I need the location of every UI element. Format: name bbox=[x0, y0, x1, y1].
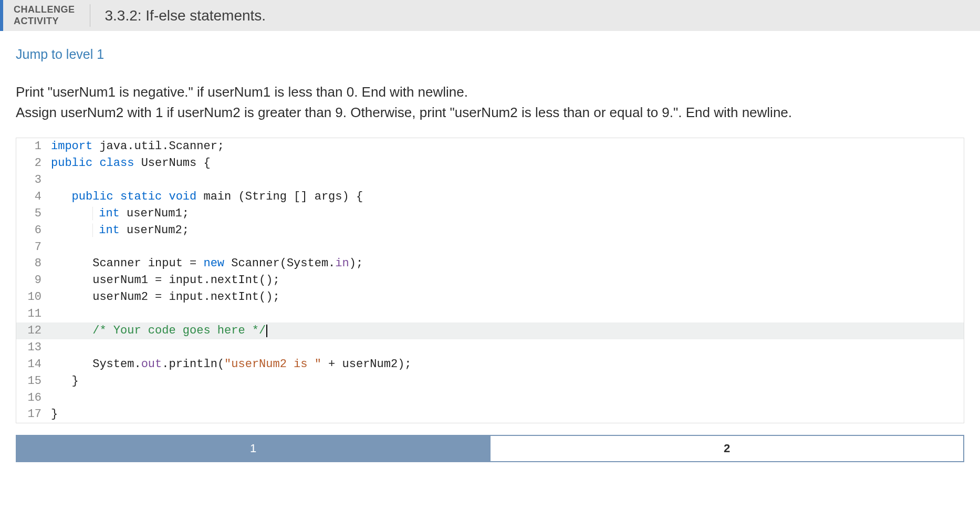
code-line-11[interactable]: 11 bbox=[16, 306, 964, 322]
code-text: userNum1 = input.nextInt(); bbox=[48, 272, 964, 289]
method-println: println bbox=[169, 358, 217, 371]
code-line-13[interactable]: 13 bbox=[16, 339, 964, 356]
activity-header: CHALLENGE ACTIVITY 3.3.2: If-else statem… bbox=[0, 0, 980, 31]
code-text: } bbox=[48, 406, 964, 423]
code-line-7[interactable]: 7 bbox=[16, 239, 964, 256]
challenge-badge-line1: CHALLENGE bbox=[14, 4, 75, 16]
line-number: 10 bbox=[16, 289, 48, 306]
field-out: out bbox=[141, 358, 162, 371]
challenge-badge: CHALLENGE ACTIVITY bbox=[14, 4, 90, 27]
comment-placeholder: /* Your code goes here */ bbox=[92, 324, 266, 337]
code-text: . bbox=[162, 358, 169, 371]
line-number: 8 bbox=[16, 255, 48, 272]
line-number: 15 bbox=[16, 373, 48, 390]
code-text: userNum1; bbox=[120, 207, 189, 220]
code-text: (String [] args) { bbox=[238, 190, 363, 203]
instructions-text: Print "userNum1 is negative." if userNum… bbox=[16, 82, 964, 123]
code-line-5[interactable]: 5 int userNum1; bbox=[16, 205, 964, 222]
step-1-active[interactable]: 1 bbox=[17, 436, 489, 461]
line-number: 4 bbox=[16, 189, 48, 205]
line-number: 6 bbox=[16, 222, 48, 239]
code-text: userNum2 = input.nextInt(); bbox=[48, 289, 964, 306]
kw-int: int bbox=[99, 224, 120, 237]
code-text: java.util.Scanner; bbox=[92, 140, 224, 153]
kw-import: import bbox=[51, 140, 92, 153]
jump-to-level-link[interactable]: Jump to level 1 bbox=[16, 47, 104, 62]
code-line-15[interactable]: 15 } bbox=[16, 373, 964, 390]
level-stepper: 1 2 bbox=[16, 435, 964, 462]
line-number: 16 bbox=[16, 390, 48, 407]
kw-new: new bbox=[203, 257, 224, 270]
code-line-4[interactable]: 4 public static void main (String [] arg… bbox=[16, 189, 964, 205]
challenge-badge-line2: ACTIVITY bbox=[14, 16, 75, 27]
code-editor[interactable]: 1 import java.util.Scanner; 2 public cla… bbox=[16, 138, 964, 423]
step-2[interactable]: 2 bbox=[489, 436, 963, 461]
kw-static: static bbox=[113, 190, 162, 203]
code-text: } bbox=[48, 373, 964, 390]
line-number: 7 bbox=[16, 239, 48, 256]
kw-void: void bbox=[162, 190, 196, 203]
kw-int: int bbox=[99, 207, 120, 220]
code-text: { bbox=[196, 157, 210, 170]
kw-public: public bbox=[72, 190, 113, 203]
code-line-12-active[interactable]: 12 /* Your code goes here */ bbox=[16, 322, 964, 339]
code-text: Scanner input = bbox=[51, 257, 203, 270]
text-caret bbox=[266, 325, 267, 337]
kw-public: public bbox=[51, 157, 92, 170]
code-line-14[interactable]: 14 System.out.println("userNum2 is " + u… bbox=[16, 356, 964, 373]
code-text: ); bbox=[349, 257, 363, 270]
code-line-6[interactable]: 6 int userNum2; bbox=[16, 222, 964, 239]
line-number: 5 bbox=[16, 205, 48, 222]
line-number: 13 bbox=[16, 339, 48, 356]
code-line-16[interactable]: 16 bbox=[16, 390, 964, 407]
code-text: userNum2; bbox=[120, 224, 189, 237]
code-text: ( bbox=[217, 358, 224, 371]
code-text: Scanner(System. bbox=[224, 257, 335, 270]
code-line-9[interactable]: 9 userNum1 = input.nextInt(); bbox=[16, 272, 964, 289]
line-number: 14 bbox=[16, 356, 48, 373]
code-line-17[interactable]: 17 } bbox=[16, 406, 964, 423]
activity-content: Jump to level 1 Print "userNum1 is negat… bbox=[0, 31, 980, 462]
line-number: 2 bbox=[16, 155, 48, 172]
instructions-line-1: Print "userNum1 is negative." if userNum… bbox=[16, 82, 964, 102]
string-literal: "userNum2 is " bbox=[224, 358, 321, 371]
code-text: + userNum2); bbox=[321, 358, 412, 371]
code-line-1[interactable]: 1 import java.util.Scanner; bbox=[16, 138, 964, 155]
code-text bbox=[51, 190, 72, 203]
activity-title: 3.3.2: If-else statements. bbox=[105, 7, 266, 24]
line-number: 11 bbox=[16, 306, 48, 322]
line-number: 9 bbox=[16, 272, 48, 289]
code-text: System. bbox=[51, 358, 141, 371]
line-number: 17 bbox=[16, 406, 48, 423]
instructions-line-2: Assign userNum2 with 1 if userNum2 is gr… bbox=[16, 102, 964, 123]
code-line-8[interactable]: 8 Scanner input = new Scanner(System.in)… bbox=[16, 255, 964, 272]
line-number: 3 bbox=[16, 172, 48, 189]
kw-in: in bbox=[335, 257, 349, 270]
code-line-3[interactable]: 3 bbox=[16, 172, 964, 189]
class-name: UserNums bbox=[141, 157, 197, 170]
code-text: main bbox=[196, 190, 238, 203]
kw-class: class bbox=[92, 157, 141, 170]
line-number: 1 bbox=[16, 138, 48, 155]
code-line-10[interactable]: 10 userNum2 = input.nextInt(); bbox=[16, 289, 964, 306]
line-number: 12 bbox=[16, 322, 48, 339]
code-line-2[interactable]: 2 public class UserNums { bbox=[16, 155, 964, 172]
